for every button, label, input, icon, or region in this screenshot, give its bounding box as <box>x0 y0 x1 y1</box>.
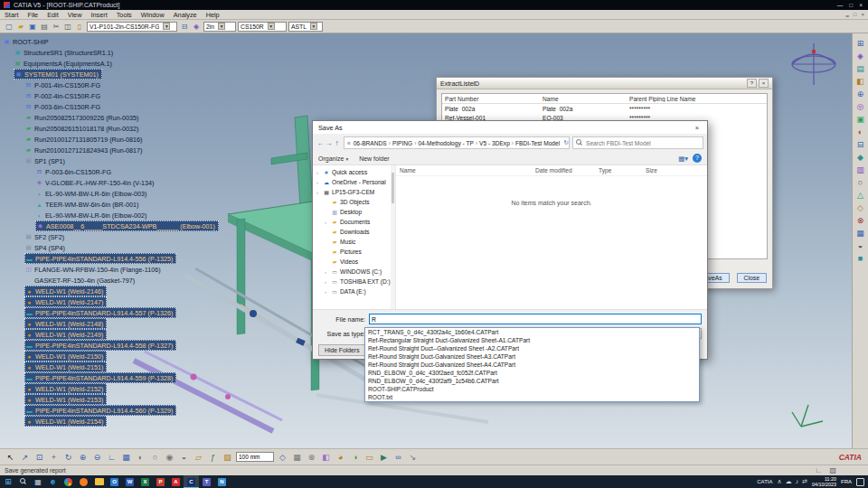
compass-widget[interactable] <box>779 37 843 91</box>
tree-item[interactable]: ⊟P-002-4in-CS150R-FG <box>24 90 103 101</box>
chevron-down-icon[interactable]: ▾ <box>163 23 170 30</box>
close-button[interactable]: × <box>687 124 707 132</box>
nav-item[interactable]: ›▭TOSHIBA EXT (D:) <box>313 277 395 286</box>
hide-folders-button[interactable]: Hide Folders <box>318 344 366 356</box>
save-dialog-titlebar[interactable]: Save As × <box>313 121 707 134</box>
refresh-icon[interactable]: ↻ <box>561 139 570 146</box>
tree-item[interactable]: ▰Run20100127121824943 (Run-0817) <box>24 145 146 155</box>
flange-tool-icon[interactable]: ◧ <box>854 75 867 87</box>
breadcrumb-segment[interactable]: 06-BRANDS <box>352 140 389 146</box>
nominal-size-combobox[interactable]: 2in▾ <box>203 22 236 32</box>
nav-item[interactable]: ›▭DATA (E:) <box>313 286 395 296</box>
tree-item[interactable]: ◆ASE0008__6_____STDCSA234-WPB______ (Elb… <box>35 221 219 231</box>
chrome-icon[interactable] <box>61 475 76 488</box>
menu-item-start[interactable]: Start <box>0 11 23 19</box>
close-button[interactable]: × <box>759 79 769 88</box>
powerpoint-icon[interactable]: P <box>153 475 168 488</box>
close-button[interactable]: × <box>859 2 863 8</box>
grid-toggle-icon[interactable]: ▦ <box>291 453 303 462</box>
shading-icon[interactable]: ◐ <box>135 453 146 462</box>
menu-item-window[interactable]: Window <box>137 11 169 19</box>
nav-item[interactable]: ›☁OneDrive - Personal <box>313 177 395 187</box>
menu-item-insert[interactable]: Insert <box>86 11 111 19</box>
nav-item[interactable]: ▰Videos <box>313 257 395 267</box>
document-restore-button[interactable]: □ <box>854 12 857 17</box>
excel-icon[interactable]: X <box>137 475 153 488</box>
fly-mode-icon[interactable]: ↗ <box>19 453 31 462</box>
tree-item[interactable]: ▰Run2050826151018178 (Run-0032) <box>24 123 142 134</box>
network-icon[interactable]: ⇄ <box>802 478 807 485</box>
wireframe-icon[interactable]: ○ <box>149 453 161 462</box>
sphere-icon[interactable]: ◒ <box>854 239 867 251</box>
language-indicator[interactable]: FRA <box>841 479 852 484</box>
multi-view-icon[interactable]: ▦ <box>120 453 132 462</box>
tree-item[interactable]: ●WELD-W1 (Weld-2151) <box>24 361 107 372</box>
autocomplete-item[interactable]: RCT_TRANS_0_d4c_430f2a4c_1b60e4.CATPart <box>365 328 699 336</box>
forward-icon[interactable]: → <box>325 139 333 147</box>
tree-item[interactable]: ⊟P-001-4in-CS150R-FG <box>24 80 103 90</box>
task-view-button[interactable]: ▦ <box>31 478 45 486</box>
autocomplete-item[interactable]: ROOT-SHIP.CATProduct <box>365 385 699 393</box>
acrobat-icon[interactable]: A <box>168 475 184 488</box>
dimension-input[interactable] <box>236 452 274 462</box>
start-button[interactable]: ⊞ <box>0 477 16 486</box>
extract-column-header[interactable]: Part Number <box>442 96 540 102</box>
organize-button[interactable]: Organize▾ <box>318 155 348 162</box>
file-explorer-icon[interactable] <box>91 475 107 488</box>
tree-item[interactable]: ▣StructureSR1 (StructureSR1.1) <box>14 47 116 58</box>
normal-view-icon[interactable]: ∟ <box>106 453 118 462</box>
sketch-icon[interactable]: ○ <box>854 176 867 188</box>
tree-item[interactable]: ▤SP4 (SP4) <box>24 242 68 253</box>
valve-tool-icon[interactable]: ▤ <box>854 62 867 74</box>
file-column-header[interactable]: Name <box>396 167 532 174</box>
tree-item[interactable]: ▬PIPE-PIPE4inSTANDARD-L914.4-556 (P-1325… <box>24 253 176 264</box>
tree-item[interactable]: ▣EquipmentsA (EquipmentsA.1) <box>14 58 115 69</box>
section-icon[interactable]: ◐ <box>854 126 867 137</box>
outlook-icon[interactable]: O <box>107 475 122 488</box>
file-column-header[interactable]: Date modified <box>532 167 595 174</box>
tree-item[interactable]: ◗EL-90-WM-BW-LR-6in (Elbow-002) <box>35 210 150 221</box>
catalog-icon[interactable]: ▥ <box>854 164 867 175</box>
nav-scrollbar[interactable] <box>391 165 395 309</box>
help-icon[interactable]: ? <box>693 154 702 163</box>
tree-item[interactable]: ◌GASKET-RF-150-4in (Gasket-797) <box>24 275 137 286</box>
constraint-icon[interactable]: ◆ <box>854 151 867 163</box>
edge-icon[interactable]: e <box>45 475 61 488</box>
file-column-header[interactable]: Type <box>595 167 642 174</box>
file-column-header[interactable]: Size <box>642 167 673 174</box>
tree-item[interactable]: ▰Run2050825173009226 (Run-0035) <box>24 112 142 123</box>
menu-item-view[interactable]: View <box>63 11 87 19</box>
menu-item-file[interactable]: File <box>23 11 42 19</box>
chevron-down-icon[interactable]: ▾ <box>268 23 275 30</box>
chevron-down-icon[interactable]: ▾ <box>218 23 225 30</box>
nav-item[interactable]: ▰3D Objects <box>313 197 395 207</box>
tree-item[interactable]: ⊟P-003-6in-CS150R-FG <box>35 166 114 177</box>
breadcrumb-segment[interactable]: V5 - 3DExp <box>477 140 512 146</box>
nav-item[interactable]: ›★Quick access <box>313 167 395 177</box>
tree-item[interactable]: ●WELD-W1 (Weld-2154) <box>24 416 107 427</box>
zoom-in-icon[interactable]: ⊕ <box>77 453 89 462</box>
extract-column-header[interactable]: Parent Piping Line Name <box>627 96 767 102</box>
nav-item[interactable]: ›▭WINDOWS (C:) <box>313 267 395 277</box>
new-document-icon[interactable]: ▢ <box>4 23 14 31</box>
tree-item[interactable]: ●WELD-W1 (Weld-2153) <box>24 394 107 405</box>
paste-icon[interactable]: ▯ <box>74 23 85 31</box>
file-name-input[interactable] <box>369 314 702 324</box>
knowledge-icon[interactable]: ƒ <box>207 453 219 462</box>
tree-item[interactable]: ▬PIPE-PIPE4inSTANDARD-L914.4-558 (P-1327… <box>24 340 176 351</box>
save-icon[interactable]: ▣ <box>27 23 38 31</box>
connect-icon[interactable]: ⊕ <box>854 88 867 99</box>
grid-icon[interactable]: ▦ <box>854 227 867 239</box>
extract-row[interactable]: Plate_002aPlate_002a********* <box>442 104 767 113</box>
tree-item[interactable]: ●WELD-W1 (Weld-2146) <box>24 286 107 296</box>
tree-item[interactable]: ▬PIPE-PIPE4inSTANDARD-L914.4-559 (P-1328… <box>24 372 176 383</box>
tree-item[interactable]: ◗EL-90-WM-BW-LR-6in (Elbow-003) <box>35 188 150 199</box>
notepad-icon[interactable]: N <box>214 475 230 488</box>
search-box[interactable] <box>572 136 703 149</box>
material-combobox[interactable]: ASTL▾ <box>288 22 323 32</box>
onedrive-tray-icon[interactable]: ☁ <box>786 478 792 485</box>
nav-item[interactable]: ▥Desktop <box>313 207 395 217</box>
tree-item[interactable]: ▤SF2 (SF2) <box>24 231 67 242</box>
filter-icon[interactable]: ◈ <box>191 23 202 31</box>
catia-icon[interactable]: C <box>184 475 199 488</box>
